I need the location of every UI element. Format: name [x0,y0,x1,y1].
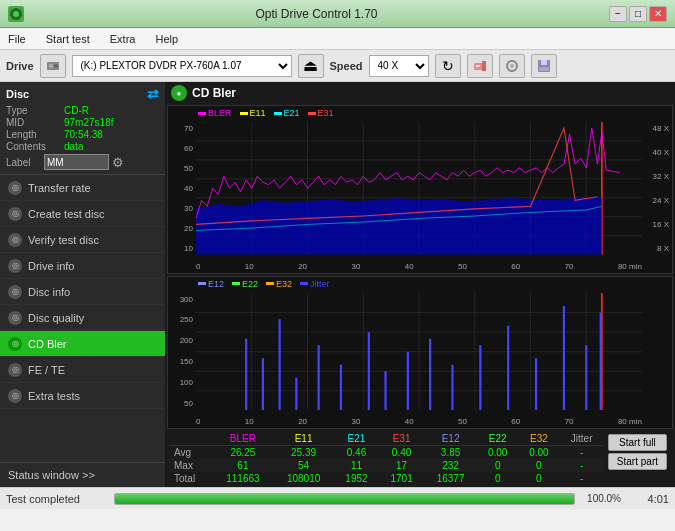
y-right-8x: 8 X [644,244,672,253]
close-button[interactable]: ✕ [649,6,667,22]
sidebar-label-extra-tests: Extra tests [28,390,80,402]
refresh-button[interactable]: ↻ [435,54,461,78]
disc-info-icon: ◎ [8,285,22,299]
disc-label-input[interactable] [44,154,109,170]
speed-label: Speed [330,60,363,72]
sidebar-label-cd-bler: CD Bler [28,338,67,350]
verify-test-disc-icon: ◎ [8,233,22,247]
progress-bar [114,493,575,505]
chart2-plot [196,293,642,410]
row-avg-label: Avg [169,446,213,460]
disc-gear-icon[interactable]: ⚙ [112,155,124,170]
sidebar-item-transfer-rate[interactable]: ◎ Transfer rate [0,175,165,201]
max-e22: 0 [477,459,518,472]
status-window-button[interactable]: Status window >> [0,462,165,487]
start-full-button[interactable]: Start full [608,434,667,451]
y2-50: 50 [168,399,196,408]
legend-e12: E12 [198,279,224,289]
main-layout: Disc ⇄ Type CD-R MID 97m27s18f Length 70… [0,82,675,487]
progress-bar-fill [115,494,574,504]
max-bler: 61 [213,459,274,472]
disc-label-row: Label ⚙ [6,154,159,170]
svg-marker-27 [196,197,602,255]
legend-bler-dot [198,112,206,115]
row-total-label: Total [169,472,213,485]
total-e11: 108010 [273,472,334,485]
col-e22: E22 [477,432,518,446]
legend-e21-dot [274,112,282,115]
y-label-60: 60 [168,144,196,153]
avg-jitter: - [559,446,603,460]
x2-0: 0 [196,417,200,426]
x-50: 50 [458,262,467,271]
disc-type-row: Type CD-R [6,105,159,116]
legend-e22-label: E22 [242,279,258,289]
total-e21: 1952 [334,472,379,485]
sidebar-item-disc-quality[interactable]: ◎ Disc quality [0,305,165,331]
col-e32: E32 [518,432,559,446]
sidebar-label-transfer-rate: Transfer rate [28,182,91,194]
sidebar-item-fe-te[interactable]: ◎ FE / TE [0,357,165,383]
disc-mid-row: MID 97m27s18f [6,117,159,128]
sidebar-item-verify-test-disc[interactable]: ◎ Verify test disc [0,227,165,253]
erase-button[interactable] [467,54,493,78]
disc-label-key: Label [6,157,44,168]
y2-300: 300 [168,295,196,304]
sidebar-item-disc-info[interactable]: ◎ Disc info [0,279,165,305]
avg-e31: 0.40 [379,446,424,460]
sidebar-label-disc-quality: Disc quality [28,312,84,324]
save-button[interactable] [531,54,557,78]
disc-panel: Disc ⇄ Type CD-R MID 97m27s18f Length 70… [0,82,165,175]
sidebar-item-drive-info[interactable]: ◎ Drive info [0,253,165,279]
menu-start-test[interactable]: Start test [42,31,94,47]
sidebar-item-extra-tests[interactable]: ◎ Extra tests [0,383,165,409]
sidebar-label-verify-test-disc: Verify test disc [28,234,99,246]
col-jitter: Jitter [559,432,603,446]
sidebar-item-create-test-disc[interactable]: ◎ Create test disc [0,201,165,227]
y2-200: 200 [168,336,196,345]
y2-250: 250 [168,315,196,324]
disc-refresh-button[interactable]: ⇄ [147,86,159,102]
chart2-svg [196,293,642,410]
drive-info-icon: ◎ [8,259,22,273]
x2-50: 50 [458,417,467,426]
time-display: 4:01 [629,493,669,505]
menu-extra[interactable]: Extra [106,31,140,47]
legend-e22: E22 [232,279,258,289]
chart2-y-labels-right [644,293,672,410]
menu-file[interactable]: File [4,31,30,47]
x2-70: 70 [565,417,574,426]
avg-e21: 0.46 [334,446,379,460]
sidebar-item-cd-bler[interactable]: ◎ CD Bler [0,331,165,357]
cd-bler-icon: ◎ [8,337,22,351]
disc-type-key: Type [6,105,64,116]
max-e31: 17 [379,459,424,472]
svg-marker-6 [482,61,486,71]
x-20: 20 [298,262,307,271]
burn-button[interactable] [499,54,525,78]
x-40: 40 [405,262,414,271]
drive-select[interactable]: (K:) PLEXTOR DVDR PX-760A 1.07 [72,55,292,77]
avg-e32: 0.00 [518,446,559,460]
svg-point-9 [510,64,514,68]
menu-help[interactable]: Help [151,31,182,47]
max-jitter: - [559,459,603,472]
col-e31: E31 [379,432,424,446]
disc-length-key: Length [6,129,64,140]
progress-percent: 100.0% [583,493,621,504]
legend-bler: BLER [198,108,232,118]
speed-select[interactable]: 40 X [369,55,429,77]
eject-button[interactable]: ⏏ [298,54,324,78]
x-60: 60 [511,262,520,271]
minimize-button[interactable]: − [609,6,627,22]
start-part-button[interactable]: Start part [608,453,667,470]
legend-e11-label: E11 [250,108,266,118]
chart2-legend: E12 E22 E32 Jitter [198,279,330,289]
legend-jitter-label: Jitter [310,279,330,289]
chart1-legend: BLER E11 E21 E31 [198,108,334,118]
y2-100: 100 [168,378,196,387]
y-right-48x: 48 X [644,124,672,133]
maximize-button[interactable]: □ [629,6,647,22]
stats-table: BLER E11 E21 E31 E12 E22 E32 Jitter Avg [169,432,604,485]
legend-e31-label: E31 [318,108,334,118]
